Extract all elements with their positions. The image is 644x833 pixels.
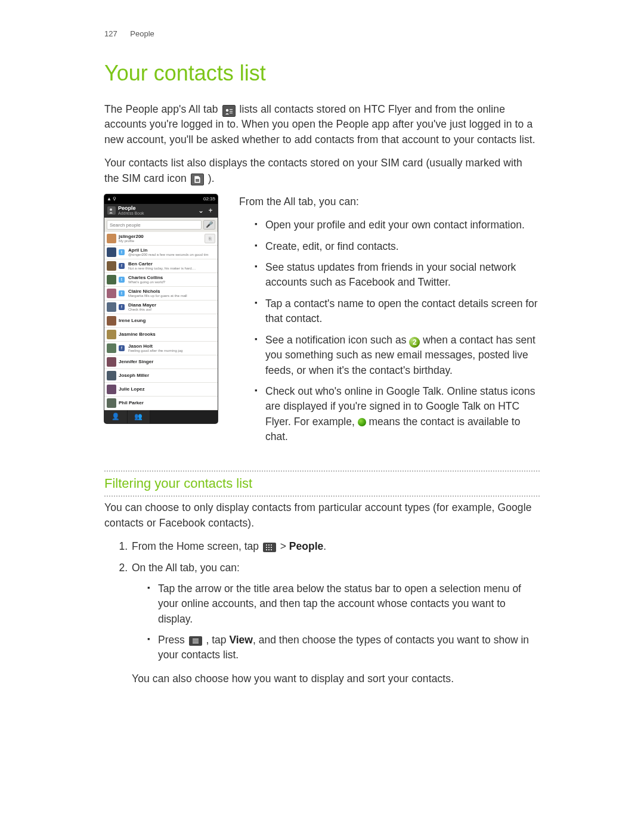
svg-rect-14 [268, 549, 270, 550]
svg-rect-11 [268, 547, 270, 548]
svg-rect-9 [271, 544, 272, 546]
phone-title-actions: ⌄ + [197, 206, 215, 216]
list-item: See status updates from friends in your … [255, 260, 540, 290]
svg-rect-4 [230, 113, 233, 113]
online-status-icon [358, 418, 366, 426]
svg-rect-16 [193, 639, 199, 640]
all-tab-icon [222, 105, 236, 117]
step-1: From the Home screen, tap > People. [131, 539, 540, 554]
list-item: Tap a contact's name to open the contact… [255, 296, 540, 327]
phone-contact-row: fJason HoltFeeling good after the mornin… [104, 342, 218, 355]
add-icon: + [206, 206, 215, 216]
all-tab-lead: From the All tab, you can: [239, 194, 540, 209]
menu-icon [189, 636, 202, 646]
page-number: 127 [104, 29, 117, 38]
phone-search-bar: 🎤 [104, 218, 218, 233]
list-item: See a notification icon such as 2 when a… [255, 333, 540, 378]
list-item: Press , tap View, and then choose the ty… [147, 633, 540, 663]
filter-steps: From the Home screen, tap > People. On t… [104, 539, 540, 686]
svg-rect-17 [193, 640, 199, 642]
svg-rect-18 [193, 642, 199, 643]
svg-point-6 [110, 209, 112, 211]
phone-contact-row: fBen CarterNot a new thing today, his ma… [104, 259, 218, 273]
phone-contact-row: tClaire NicholsMargarita fills up for go… [104, 287, 218, 301]
manual-page: 127 People Your contacts list The People… [0, 0, 644, 833]
svg-rect-2 [230, 109, 233, 110]
svg-rect-3 [230, 111, 233, 112]
phone-tab-groups-icon: 👥 [128, 410, 151, 423]
phone-contact-row: tApril Lin@singer200 read a few more sec… [104, 246, 218, 259]
svg-rect-10 [266, 547, 267, 548]
intro-paragraph-1: The People app's All tab lists all conta… [104, 102, 540, 147]
notification-badge-icon: 2 [409, 337, 420, 348]
step-2: On the All tab, you can: Tap the arrow o… [131, 561, 540, 687]
svg-rect-5 [196, 179, 199, 182]
list-item: Open your profile and edit your own cont… [255, 218, 540, 233]
list-item: Check out who's online in Google Talk. O… [255, 384, 540, 445]
svg-rect-8 [268, 544, 270, 546]
phone-contact-row: jslinger200My profile⎘ [104, 232, 218, 246]
phone-contact-row: tCharles CollinsWhat's going on world? [104, 273, 218, 287]
all-tab-feature-list: Open your profile and edit your own cont… [255, 218, 540, 444]
phone-screenshot: ▲ ⚲ 02:35 People Address Book ⌄ [104, 194, 218, 423]
phone-contact-row: Jasmine Brooks [104, 328, 218, 342]
page-title: Your contacts list [104, 58, 540, 89]
filter-intro: You can choose to only display contacts … [104, 500, 540, 531]
section-name: People [130, 29, 154, 38]
phone-bottom-tabs: 👤 👥 [104, 410, 218, 423]
list-item: Create, edit, or find contacts. [255, 239, 540, 254]
list-item: Tap the arrow or the title area below th… [147, 581, 540, 627]
intro-paragraph-2: Your contacts list also displays the con… [104, 156, 540, 186]
phone-status-bar: ▲ ⚲ 02:35 [104, 194, 218, 204]
svg-rect-7 [266, 544, 267, 546]
phone-contact-row: Julie Lopez [104, 383, 218, 397]
phone-contact-row: Joseph Miller [104, 369, 218, 383]
page-header: 127 People [104, 29, 540, 40]
filter-note: You can also choose how you want to disp… [132, 671, 540, 686]
phone-contact-row: fDiana MayerCheck this out! [104, 301, 218, 314]
all-tab-overview: ▲ ⚲ 02:35 People Address Book ⌄ [104, 194, 540, 451]
svg-point-1 [225, 109, 228, 112]
phone-contact-row: Jennifer Singer [104, 355, 218, 369]
svg-rect-15 [271, 549, 272, 550]
apps-grid-icon [263, 543, 276, 552]
svg-rect-12 [271, 547, 272, 548]
phone-contact-row: Phil Parker [104, 397, 218, 410]
phone-title-bar: People Address Book ⌄ + [104, 204, 218, 218]
voice-search-icon: 🎤 [203, 220, 215, 230]
subheading-filtering: Filtering your contacts list [104, 470, 540, 497]
svg-rect-13 [266, 549, 267, 550]
phone-search-input [107, 220, 202, 230]
dropdown-icon: ⌄ [197, 206, 205, 216]
phone-contact-list: jslinger200My profile⎘tApril Lin@singer2… [104, 232, 218, 410]
sim-card-icon [191, 174, 204, 185]
phone-tab-people-icon: 👤 [104, 410, 128, 423]
phone-contact-row: Irene Leung [104, 314, 218, 328]
